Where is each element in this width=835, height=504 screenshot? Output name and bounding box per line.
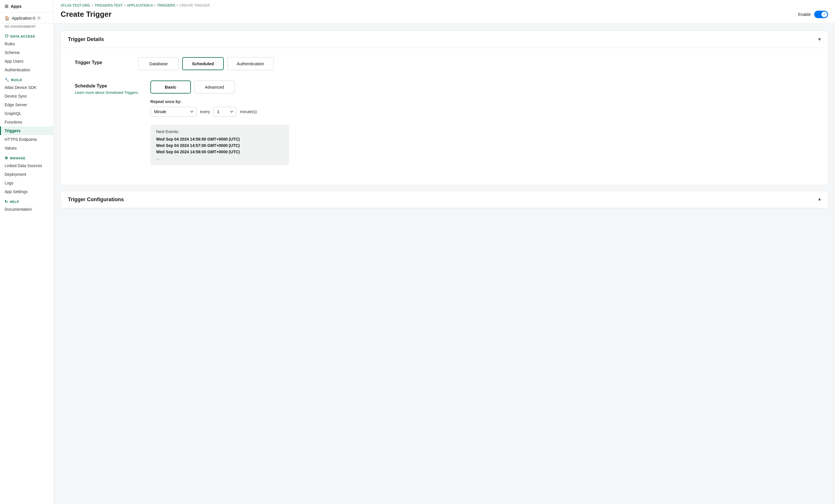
enable-toggle[interactable]: ✓ — [814, 11, 828, 18]
page-title: Create Trigger — [61, 10, 111, 19]
apps-label[interactable]: Apps — [11, 4, 22, 9]
sidebar: ⊞ Apps 🏠 Application-0 ⧉ NO ENVIRONMENT … — [0, 0, 54, 504]
breadcrumb-separator: > — [177, 3, 179, 7]
schedule-type-btn-basic[interactable]: Basic — [150, 81, 191, 93]
enable-label: Enable — [798, 12, 811, 17]
trigger-type-label: Trigger Type — [75, 57, 127, 65]
toggle-knob: ✓ — [821, 12, 827, 17]
trigger-type-btn-scheduled[interactable]: Scheduled — [182, 57, 224, 70]
breadcrumb-part-3[interactable]: TRIGGERS — [157, 3, 175, 7]
next-events-box: Next Events: Wed Sep 04 2024 14:56:00 GM… — [150, 125, 289, 165]
schedule-type-controls: BasicAdvanced Repeat once by: MinuteHour… — [150, 81, 289, 165]
sidebar-item-deployment[interactable]: Deployment — [0, 170, 54, 179]
breadcrumb-part-0[interactable]: ATLAS-TEST-ORG — [61, 3, 90, 7]
trigger-details-body: Trigger Type DatabaseScheduledAuthentica… — [61, 48, 828, 185]
next-event-item: Wed Sep 04 2024 14:56:00 GMT+0000 (UTC) — [156, 137, 283, 142]
main-header: ATLAS-TEST-ORG > TRIGGERS-TEST > APPLICA… — [54, 0, 835, 24]
sidebar-section-label: 🔧 BUILD — [0, 74, 54, 83]
sidebar-section-help: ↻ HELPDocumentation — [0, 196, 54, 214]
interval-select[interactable]: MinuteHourDayWeek — [150, 107, 197, 117]
trigger-type-row: Trigger Type DatabaseScheduledAuthentica… — [75, 57, 814, 70]
sidebar-item-rules[interactable]: Rules — [0, 40, 54, 48]
sidebar-item-atlas-device-sdk[interactable]: Atlas Device SDK — [0, 83, 54, 92]
next-event-item: Wed Sep 04 2024 14:57:00 GMT+0000 (UTC) — [156, 143, 283, 148]
sidebar-section-manage: ⚙ MANAGELinked Data SourcesDeploymentLog… — [0, 152, 54, 196]
trigger-configurations-card-header: Trigger Configurations ▾ — [61, 191, 828, 208]
repeat-label: Repeat once by: — [150, 99, 289, 104]
sidebar-item-authentication[interactable]: Authentication — [0, 65, 54, 74]
sidebar-item-functions[interactable]: Functions — [0, 118, 54, 126]
breadcrumb-part-2[interactable]: APPLICATION-0 — [127, 3, 153, 7]
trigger-details-card-header: Trigger Details ▾ — [61, 31, 828, 48]
sidebar-item-values[interactable]: Values — [0, 144, 54, 152]
sidebar-item-device-sync[interactable]: Device Sync — [0, 92, 54, 101]
sidebar-item-documentation[interactable]: Documentation — [0, 205, 54, 214]
breadcrumb-part-4: CREATE TRIGGER — [180, 3, 210, 7]
enable-row: Enable ✓ — [798, 11, 828, 18]
app-selector[interactable]: 🏠 Application-0 ⧉ — [0, 13, 54, 24]
trigger-type-btn-authentication[interactable]: Authentication — [227, 57, 274, 70]
sidebar-section-build: 🔧 BUILDAtlas Device SDKDevice SyncEdge S… — [0, 74, 54, 152]
repeat-row: MinuteHourDayWeek every 125101530 minute… — [150, 107, 289, 117]
learn-more-link[interactable]: Learn more about Scheduled Triggers. — [75, 90, 139, 95]
trigger-configurations-title: Trigger Configurations — [68, 196, 124, 203]
breadcrumb-part-1[interactable]: TRIGGERS-TEST — [95, 3, 122, 7]
schedule-type-btn-group: BasicAdvanced — [150, 81, 289, 93]
breadcrumb-separator: > — [91, 3, 93, 7]
repeat-section: Repeat once by: MinuteHourDayWeek every … — [150, 99, 289, 117]
toggle-check-icon: ✓ — [823, 13, 826, 16]
trigger-details-title: Trigger Details — [68, 36, 104, 42]
unit-label: minute(s) — [240, 109, 257, 114]
breadcrumb-separator: > — [124, 3, 126, 7]
sidebar-section-data-access: 🛡 DATA ACCESSRulesSchemaApp UsersAuthent… — [0, 30, 54, 74]
schedule-type-label: Schedule Type — [75, 81, 139, 89]
sidebar-top: ⊞ Apps — [0, 0, 54, 13]
sidebar-item-logs[interactable]: Logs — [0, 179, 54, 187]
page-title-row: Create Trigger Enable ✓ — [61, 10, 828, 19]
schedule-type-btn-advanced[interactable]: Advanced — [194, 81, 235, 93]
breadcrumb-separator: > — [154, 3, 156, 7]
trigger-type-btn-database[interactable]: Database — [138, 57, 179, 70]
next-events-title: Next Events: — [156, 129, 283, 134]
breadcrumb: ATLAS-TEST-ORG > TRIGGERS-TEST > APPLICA… — [61, 3, 828, 7]
app-name-label: Application-0 — [12, 16, 35, 21]
sidebar-item-triggers[interactable]: Triggers — [0, 126, 54, 135]
sidebar-item-linked-data-sources[interactable]: Linked Data Sources — [0, 161, 54, 170]
sidebar-item-https-endpoints[interactable]: HTTPS Endpoints — [0, 135, 54, 144]
grid-icon: ⊞ — [5, 3, 8, 9]
trigger-type-btn-group: DatabaseScheduledAuthentication — [138, 57, 274, 70]
env-badge: NO ENVIRONMENT — [0, 24, 54, 30]
sidebar-item-edge-server[interactable]: Edge Server — [0, 101, 54, 109]
next-event-item: Wed Sep 04 2024 14:58:00 GMT+0000 (UTC) — [156, 149, 283, 154]
sidebar-item-graphql[interactable]: GraphQL — [0, 109, 54, 118]
schedule-type-label-area: Schedule Type Learn more about Scheduled… — [75, 81, 139, 95]
every-label: every — [200, 109, 210, 114]
chevron-up-icon[interactable]: ▾ — [818, 196, 821, 203]
home-icon: 🏠 — [5, 16, 9, 21]
schedule-type-row: Schedule Type Learn more about Scheduled… — [75, 81, 814, 165]
sidebar-item-schema[interactable]: Schema — [0, 48, 54, 57]
count-select[interactable]: 125101530 — [213, 107, 237, 117]
sidebar-section-label: ⚙ MANAGE — [0, 152, 54, 161]
sidebar-section-label: 🛡 DATA ACCESS — [0, 30, 54, 40]
sidebar-section-label: ↻ HELP — [0, 196, 54, 205]
copy-icon[interactable]: ⧉ — [38, 16, 40, 21]
main-content: ATLAS-TEST-ORG > TRIGGERS-TEST > APPLICA… — [54, 0, 835, 504]
trigger-configurations-card: Trigger Configurations ▾ — [61, 191, 828, 208]
sidebar-sections: 🛡 DATA ACCESSRulesSchemaApp UsersAuthent… — [0, 30, 54, 214]
content-area: Trigger Details ▾ Trigger Type DatabaseS… — [54, 24, 835, 215]
chevron-down-icon[interactable]: ▾ — [818, 36, 821, 42]
sidebar-item-app-users[interactable]: App Users — [0, 57, 54, 65]
next-events-ellipsis: ... — [156, 156, 283, 161]
next-events-list: Wed Sep 04 2024 14:56:00 GMT+0000 (UTC)W… — [156, 137, 283, 154]
trigger-details-card: Trigger Details ▾ Trigger Type DatabaseS… — [61, 30, 828, 185]
sidebar-item-app-settings[interactable]: App Settings — [0, 187, 54, 196]
